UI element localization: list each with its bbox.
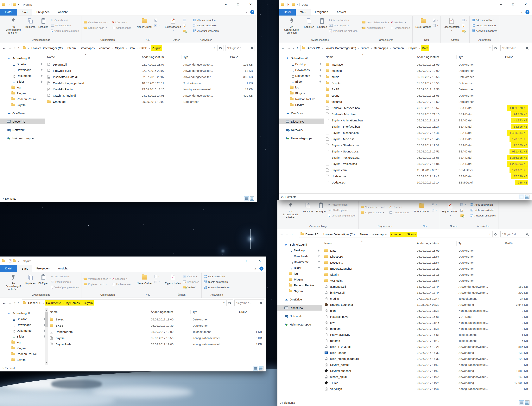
file-row[interactable]: sound 05.09.2017 18:56 Dateiordner <box>324 92 532 99</box>
help-button[interactable]: ? <box>525 10 530 14</box>
file-row[interactable]: Enderal - Meshes.bsa 26.06.2016 13:57 BS… <box>324 105 532 111</box>
paste-shortcut-button[interactable]: Verknüpfung einfügen <box>329 29 358 33</box>
address-bar[interactable]: Dieser PCDokumenteMy Gamesskyrim ∨ <box>22 299 233 306</box>
customize-qat-icon[interactable]: ▾ <box>18 3 19 6</box>
breadcrumb-item[interactable]: SKSE <box>138 45 151 51</box>
easy-access-button[interactable]: ▾ <box>431 208 437 212</box>
address-bar[interactable]: « Lokaler Datenträger (C:)Steamsteamapps… <box>22 45 224 51</box>
maximize-button[interactable]: □ <box>232 0 244 9</box>
breadcrumb-overflow[interactable]: « <box>27 46 30 50</box>
properties-button[interactable]: Eigenschaften ▾ <box>164 17 182 32</box>
new-folder-icon[interactable] <box>13 260 16 262</box>
breadcrumb-item[interactable]: common <box>98 45 114 51</box>
file-row[interactable]: Enderal Launcher 11.08.2017 08:32 Anwend… <box>322 302 532 308</box>
new-folder-icon[interactable] <box>13 3 16 6</box>
sidebar-item[interactable]: Skyrim <box>0 102 45 108</box>
tab-datei[interactable]: Datei <box>0 265 17 272</box>
edit-button[interactable] <box>183 23 189 28</box>
titlebar[interactable]: ▾ skyrim – □ ✕ <box>0 257 266 265</box>
file-row[interactable]: LipSyncFix.dll 02.07.2016 23:07 Anwendun… <box>45 67 257 74</box>
move-to-button[interactable]: Verschieben nach▾ <box>362 20 390 25</box>
sidebar-item[interactable]: Plugins <box>279 90 324 96</box>
file-row[interactable]: SKSE 05.09.2017 18:56 Dateiordner <box>324 86 532 92</box>
rename-button[interactable]: Umbenennen <box>112 25 132 30</box>
file-row[interactable]: textures 05.09.2017 18:59 Dateiordner <box>324 99 532 105</box>
cut-button[interactable]: ✂Ausschneiden <box>50 18 79 22</box>
details-view-button[interactable] <box>519 195 524 199</box>
file-row[interactable]: Update.bsa 05.09.2017 11:43 BSA-Datei 17… <box>324 173 532 179</box>
sidebar-item[interactable]: log <box>0 84 45 90</box>
breadcrumb-item[interactable]: Lokaler Datenträger (C:) <box>30 45 66 51</box>
select-none-button[interactable]: Nichts auswählen <box>203 280 230 284</box>
sidebar-item[interactable]: log <box>0 339 48 345</box>
properties-icon[interactable] <box>9 259 11 262</box>
file-row[interactable]: skse_loader 02.05.2015 16:33 Anwendung 1… <box>322 350 532 356</box>
new-folder-button[interactable]: Neuer Ordner <box>413 202 431 213</box>
details-view-button[interactable] <box>253 366 258 370</box>
tab-ansicht[interactable]: Ansicht <box>54 265 72 272</box>
file-row[interactable]: InsertAttackData.dll 02.07.2016 23:07 An… <box>45 74 257 80</box>
new-item-button[interactable]: ▾ <box>433 18 439 22</box>
file-row[interactable]: PapyrusUtilDev 05.09.2017 16:51 Textdoku… <box>322 332 532 338</box>
address-dropdown-icon[interactable]: ∨ <box>212 47 217 49</box>
sidebar-item[interactable]: Bilder <box>279 79 324 84</box>
tab-start[interactable]: Start <box>17 9 32 15</box>
customize-qat-icon[interactable]: ▾ <box>297 3 298 6</box>
breadcrumb-item[interactable]: Data <box>421 45 429 51</box>
sidebar-item[interactable]: Radeon ReLive <box>279 96 324 102</box>
file-row[interactable]: low 05.09.2017 11:45 Konfigurationseinst… <box>322 320 532 326</box>
sidebar-item[interactable]: Dieser PC <box>0 118 45 124</box>
column-header-name[interactable]: ∧Name <box>48 310 149 314</box>
tab-datei[interactable]: Datei <box>279 9 296 15</box>
move-to-button[interactable]: Verschieben nach▾ <box>83 276 111 281</box>
sidebar-item[interactable]: Downloads <box>279 67 324 73</box>
sidebar-item[interactable]: Skyrim <box>279 102 324 108</box>
file-row[interactable]: Skyrim - Misc.bsa 05.09.2017 15:46 BSA-D… <box>324 136 532 142</box>
new-folder-icon[interactable] <box>292 3 295 6</box>
sidebar-item[interactable]: OneDrive <box>0 110 45 116</box>
sidebar-item[interactable]: Downloads <box>0 67 45 73</box>
sidebar-item[interactable]: Desktop <box>277 247 322 253</box>
delete-button[interactable]: ×Löschen▾ <box>112 276 132 281</box>
address-dropdown-icon[interactable]: ∨ <box>221 302 227 304</box>
copy-to-button[interactable]: Kopieren nach▾ <box>83 25 111 30</box>
sidebar-item[interactable]: Downloads <box>277 253 322 259</box>
select-none-button[interactable]: Nichts auswählen <box>470 208 497 212</box>
file-row[interactable]: Skyrim - Animations.bsa 05.09.2017 11:27… <box>324 117 532 123</box>
back-button[interactable]: ← <box>280 232 283 236</box>
address-dropdown-icon[interactable]: ∨ <box>487 233 492 235</box>
sidebar-item[interactable]: Heimnetzgruppe <box>279 135 324 141</box>
file-row[interactable]: Skyrim - Shaders.bsa 05.09.2017 11:39 BS… <box>324 142 532 148</box>
sidebar-scrollbar[interactable] <box>45 308 48 365</box>
invert-selection-button[interactable]: Auswahl umkehren <box>471 29 498 33</box>
breadcrumb-item[interactable]: Data <box>128 45 139 51</box>
breadcrumb-item[interactable]: Dokumente <box>45 300 65 305</box>
file-row[interactable]: SkyrimLauncher 05.09.2017 11:50 Anwendun… <box>322 368 532 374</box>
file-row[interactable]: atimgpud.dll 13.06.2014 13:44 Anwendungs… <box>322 284 532 290</box>
breadcrumb-item[interactable]: Dieser PC <box>306 45 324 51</box>
copy-path-button[interactable]: Pfad kopieren <box>50 23 79 28</box>
close-button[interactable]: ✕ <box>244 0 257 9</box>
sidebar-item[interactable]: log <box>279 84 324 90</box>
sidebar-item[interactable]: Desktop <box>0 61 45 67</box>
breadcrumb-item[interactable]: Steam <box>360 45 373 51</box>
address-bar[interactable]: Dieser PCLokaler Datenträger (C:)Steamst… <box>299 231 499 237</box>
column-header-type[interactable]: Typ <box>181 55 228 59</box>
file-row[interactable]: DotNetFX 05.09.2017 11:57 Dateiordner <box>322 260 532 266</box>
column-header-type[interactable]: Typ <box>191 310 237 314</box>
column-header-size[interactable]: Größe <box>503 241 528 246</box>
paste-shortcut-button[interactable]: Verknüpfung einfügen <box>50 285 79 290</box>
file-row[interactable]: credits 07.11.2016 19:44 Textdokument 34… <box>322 296 532 302</box>
minimize-button[interactable]: – <box>495 0 507 9</box>
file-row[interactable]: meshes 05.09.2017 19:00 Dateiordner <box>324 67 532 74</box>
properties-icon[interactable] <box>9 3 11 6</box>
sidebar-item[interactable]: Netzwerk <box>279 127 324 133</box>
sidebar-item[interactable]: Bilder <box>0 334 48 339</box>
sidebar-item[interactable]: Dokumente <box>277 259 322 265</box>
breadcrumb-item[interactable]: Lokaler Datenträger (C:) <box>322 232 358 237</box>
file-row[interactable]: TESV 05.09.2017 11:26 Anwendung 17.602 K… <box>322 380 532 386</box>
forward-button[interactable]: → <box>286 232 289 236</box>
breadcrumb-item[interactable]: Steam <box>66 45 79 51</box>
sidebar-item[interactable]: Netzwerk <box>277 313 322 319</box>
file-row[interactable]: EnderalLauncher 05.09.2017 16:21 Dateior… <box>322 266 532 272</box>
